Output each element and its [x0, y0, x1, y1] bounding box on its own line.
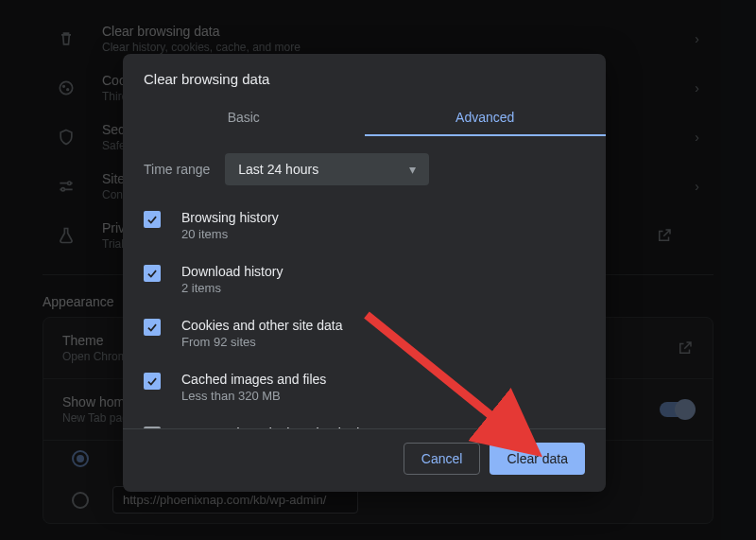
- check-desc: Less than 320 MB: [181, 389, 326, 403]
- dialog-title: Clear browsing data: [123, 54, 606, 100]
- check-desc: 2 items: [181, 281, 283, 295]
- clear-browsing-data-dialog: Clear browsing data Basic Advanced Time …: [123, 54, 606, 492]
- tab-advanced[interactable]: Advanced: [365, 100, 607, 136]
- check-row[interactable]: Browsing history20 items: [144, 202, 583, 256]
- check-row[interactable]: Download history2 items: [144, 256, 583, 310]
- checkbox[interactable]: [144, 319, 161, 336]
- checkbox[interactable]: [144, 211, 161, 228]
- check-desc: From 92 sites: [181, 335, 342, 349]
- check-desc: 20 items: [181, 227, 279, 241]
- check-row[interactable]: Passwords and other sign-in dataNone: [144, 418, 583, 428]
- time-range-value: Last 24 hours: [238, 162, 318, 177]
- caret-down-icon: ▾: [409, 162, 416, 177]
- time-range-select[interactable]: Last 24 hours ▾: [225, 153, 429, 185]
- check-label: Cookies and other site data: [181, 318, 342, 333]
- dialog-footer: Cancel Clear data: [123, 428, 606, 492]
- checkbox[interactable]: [144, 373, 161, 390]
- check-row[interactable]: Cookies and other site dataFrom 92 sites: [144, 310, 583, 364]
- check-row[interactable]: Cached images and filesLess than 320 MB: [144, 364, 583, 418]
- cancel-button[interactable]: Cancel: [404, 443, 481, 475]
- tab-basic[interactable]: Basic: [123, 100, 365, 136]
- check-label: Passwords and other sign-in data: [181, 426, 378, 428]
- checkbox[interactable]: [144, 427, 161, 428]
- dialog-body[interactable]: Time range Last 24 hours ▾ Browsing hist…: [123, 136, 606, 428]
- check-label: Download history: [181, 264, 283, 279]
- time-range-label: Time range: [144, 162, 210, 177]
- check-label: Browsing history: [181, 210, 279, 225]
- clear-data-button[interactable]: Clear data: [490, 443, 585, 475]
- check-label: Cached images and files: [181, 372, 326, 387]
- dialog-tabs: Basic Advanced: [123, 100, 606, 136]
- checkbox[interactable]: [144, 265, 161, 282]
